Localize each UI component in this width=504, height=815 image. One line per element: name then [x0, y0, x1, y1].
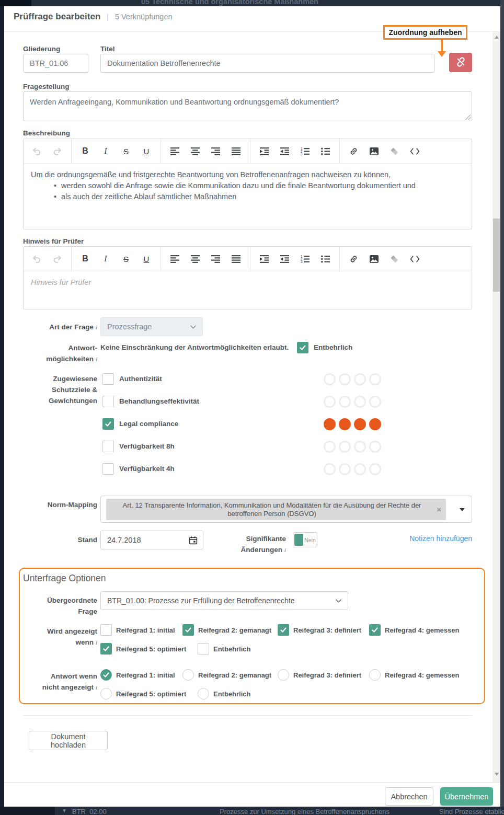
norm-mapping-select[interactable]: Art. 12 Transparente Information, Kommun…	[100, 496, 472, 523]
align-right-icon[interactable]	[209, 144, 222, 158]
schutzziel-checkbox[interactable]	[102, 418, 114, 430]
reifegrad-option: Reifegrad 5: optimiert	[100, 688, 186, 699]
align-left-icon[interactable]	[168, 251, 181, 266]
upload-document-button[interactable]: Dokument hochladen	[29, 731, 108, 750]
image-icon[interactable]	[367, 144, 381, 158]
schutzziel-checkbox[interactable]	[102, 396, 114, 407]
strike-icon[interactable]: S	[119, 251, 133, 266]
cancel-button[interactable]: Abbrechen	[385, 787, 433, 806]
reifegrad-radio[interactable]	[100, 688, 112, 699]
reifegrad-option: Reifegrad 4: gemessen	[369, 669, 459, 681]
reifegrad-radio[interactable]	[278, 669, 289, 681]
remove-tag-icon[interactable]: ×	[437, 506, 441, 514]
list-ul-icon[interactable]	[318, 144, 332, 158]
schutzziel-checkbox[interactable]	[102, 463, 114, 475]
reifegrad-radio[interactable]	[100, 669, 112, 681]
signifikante-toggle[interactable]: Nein	[293, 532, 317, 547]
align-right-icon[interactable]	[209, 251, 222, 266]
weight-dots[interactable]	[324, 441, 381, 453]
align-justify-icon[interactable]	[229, 251, 243, 266]
scrollbar-up-arrow[interactable]	[495, 36, 499, 39]
beschreibung-content[interactable]: Um die ordnungsgemäße und fristgerechte …	[24, 164, 472, 229]
list-ul-icon[interactable]	[318, 251, 332, 266]
weight-dots[interactable]	[324, 396, 381, 408]
reifegrad-checkbox[interactable]	[100, 643, 112, 655]
titel-input[interactable]	[100, 54, 434, 73]
strike-icon[interactable]: S	[119, 144, 133, 158]
link-icon[interactable]	[347, 144, 360, 158]
scrollbar-track[interactable]	[492, 32, 500, 782]
add-notes-link[interactable]: Notizen hinzufügen	[318, 534, 472, 543]
image-icon[interactable]	[367, 251, 381, 266]
underline-icon[interactable]: U	[140, 144, 153, 158]
undo-icon[interactable]	[30, 144, 43, 158]
list-ol-icon[interactable]: 123	[298, 144, 312, 158]
weight-dots[interactable]	[324, 463, 381, 475]
unlink-icon	[455, 56, 466, 69]
code-icon[interactable]	[408, 251, 421, 266]
unlink-button[interactable]	[449, 53, 472, 72]
align-left-icon[interactable]	[168, 144, 181, 158]
underline-icon[interactable]: U	[140, 251, 153, 266]
reifegrad-checkbox[interactable]	[198, 643, 209, 655]
reifegrad-option: Reifegrad 1: initial	[100, 624, 175, 636]
reifegrad-checkbox[interactable]	[182, 624, 194, 636]
scrollbar-thumb[interactable]	[493, 219, 500, 292]
outdent-icon[interactable]	[278, 144, 291, 158]
list-item: •werden sowohl die Anfrage sowie die Kom…	[54, 180, 464, 191]
weight-dots[interactable]	[324, 373, 381, 385]
outdent-icon[interactable]	[278, 251, 291, 266]
answer-options-row1: Reifegrad 1: initial Reifegrad 2: gemana…	[100, 669, 472, 681]
align-justify-icon[interactable]	[229, 144, 243, 158]
redo-icon[interactable]	[50, 144, 64, 158]
submit-button[interactable]: Übernehmen	[440, 787, 493, 806]
schutzziel-checkbox[interactable]	[102, 373, 114, 385]
entbehrlich-checkbox[interactable]	[297, 342, 308, 353]
reifegrad-checkbox[interactable]	[369, 624, 381, 636]
stand-date-input[interactable]: 24.7.2018	[100, 531, 203, 549]
eraser-icon[interactable]	[387, 251, 401, 266]
redo-icon[interactable]	[50, 251, 64, 266]
fragestellung-textarea[interactable]: Werden Anfrageeingang, Kommunikation und…	[23, 91, 472, 121]
schutzziel-row: Authentizität	[102, 373, 472, 396]
indent-icon[interactable]	[257, 144, 271, 158]
art-der-frage-select[interactable]: Prozessfrage	[100, 317, 203, 336]
reifegrad-checkbox[interactable]	[100, 624, 112, 636]
reifegrad-radio[interactable]	[369, 669, 381, 681]
weight-dots[interactable]	[324, 418, 381, 430]
gliederung-label: Gliederung	[23, 45, 60, 53]
eraser-icon[interactable]	[387, 144, 401, 158]
calendar-icon[interactable]	[189, 536, 198, 545]
bold-icon[interactable]: B	[78, 251, 92, 266]
code-icon[interactable]	[408, 144, 421, 158]
antwort-restriction-text: Keine Einschränkung der Antwortmöglichke…	[100, 343, 289, 351]
hinweis-content[interactable]: Hinweis für Prüfer	[24, 271, 472, 309]
reifegrad-radio[interactable]	[182, 669, 194, 681]
reifegrad-option: Reifegrad 2: gemanagt	[182, 669, 271, 681]
parent-question-select[interactable]: BTR_01.00: Prozesse zur Erfüllung der Be…	[100, 591, 348, 610]
edit-question-dialog: Prüffrage bearbeiten | 5 Verknüpfungen Z…	[4, 6, 500, 807]
resize-handle[interactable]	[465, 114, 471, 120]
beschreibung-label: Beschreibung	[23, 129, 70, 137]
italic-icon[interactable]: I	[99, 251, 112, 266]
list-ol-icon[interactable]: 123	[298, 251, 312, 266]
info-icon: i	[96, 684, 97, 691]
indent-icon[interactable]	[257, 251, 271, 266]
gliederung-input[interactable]	[23, 54, 88, 73]
align-center-icon[interactable]	[188, 144, 202, 158]
row-caret-icon: ▼	[62, 808, 67, 813]
svg-text:3: 3	[301, 152, 303, 155]
italic-icon[interactable]: I	[99, 144, 112, 158]
reifegrad-radio[interactable]	[198, 688, 209, 699]
reifegrad-option: Reifegrad 1: initial	[100, 669, 175, 681]
schutzziel-row: Verfügbarkeit 4h	[102, 463, 472, 486]
undo-icon[interactable]	[30, 251, 43, 266]
bold-icon[interactable]: B	[78, 144, 92, 158]
row-question: Sind Prozesse etabliert, um	[439, 808, 504, 815]
align-center-icon[interactable]	[188, 251, 202, 266]
schutzziel-checkbox[interactable]	[102, 441, 114, 452]
link-icon[interactable]	[347, 251, 360, 266]
scrollbar-down-arrow[interactable]	[495, 773, 499, 776]
stand-label: Stand	[23, 534, 97, 545]
reifegrad-checkbox[interactable]	[278, 624, 289, 636]
